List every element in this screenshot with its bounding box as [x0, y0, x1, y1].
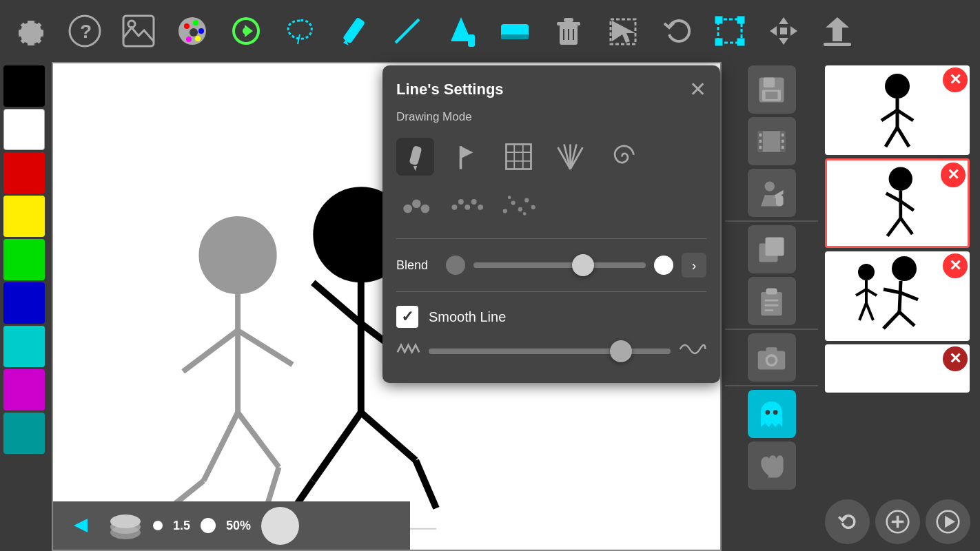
lasso-button[interactable]: [276, 7, 324, 55]
pencil-button[interactable]: [329, 7, 378, 55]
svg-rect-28: [738, 17, 744, 23]
svg-marker-112: [945, 516, 955, 528]
svg-rect-81: [766, 347, 777, 352]
svg-point-141: [523, 212, 527, 216]
svg-point-131: [458, 199, 464, 205]
play-button[interactable]: [926, 499, 970, 544]
frames-button[interactable]: [748, 117, 796, 165]
top-toolbar: ?: [0, 0, 980, 62]
svg-line-36: [183, 331, 238, 372]
svg-rect-65: [782, 139, 784, 143]
bottom-toolbar: 1.5 50%: [53, 501, 410, 550]
frame-3[interactable]: ✕: [825, 251, 970, 341]
mode-spray[interactable]: [551, 138, 589, 176]
svg-rect-74: [766, 288, 777, 294]
line-button[interactable]: [383, 7, 431, 55]
smooth-line-checkbox[interactable]: ✓: [396, 306, 418, 328]
smooth-icon: [679, 339, 706, 364]
svg-line-97: [899, 281, 901, 312]
paste-button[interactable]: [748, 277, 796, 325]
undo-frames-button[interactable]: [825, 499, 870, 544]
color-yellow[interactable]: [3, 196, 45, 237]
svg-point-137: [518, 207, 522, 211]
undo-button[interactable]: [652, 7, 700, 55]
svg-line-101: [899, 312, 915, 326]
svg-point-96: [892, 256, 917, 281]
mode-spiral[interactable]: [603, 138, 641, 176]
svg-point-130: [452, 205, 458, 210]
eraser-button[interactable]: [491, 7, 539, 55]
svg-rect-61: [759, 133, 762, 136]
color-white[interactable]: [3, 109, 45, 150]
blend-label: Blend: [396, 258, 438, 273]
svg-line-107: [866, 303, 873, 320]
color-teal[interactable]: [3, 413, 45, 454]
move-button[interactable]: [759, 7, 808, 55]
mode-grid[interactable]: [500, 138, 538, 176]
brush-small-dot: [153, 521, 163, 530]
smooth-slider[interactable]: [429, 349, 671, 354]
svg-marker-115: [461, 146, 473, 158]
frame-4-delete[interactable]: ✕: [943, 346, 968, 371]
svg-line-95: [901, 218, 912, 234]
svg-line-93: [901, 201, 914, 210]
color-blue[interactable]: [3, 282, 45, 324]
export-button[interactable]: [813, 7, 861, 55]
mode-scatter-dots[interactable]: [500, 187, 538, 225]
svg-point-139: [531, 205, 535, 209]
color-red[interactable]: [3, 152, 45, 194]
camera-button[interactable]: [748, 333, 796, 382]
palette-button[interactable]: [168, 7, 216, 55]
svg-point-132: [465, 205, 470, 210]
mode-medium-dots[interactable]: [448, 187, 486, 225]
back-button[interactable]: [63, 508, 98, 543]
color-magenta[interactable]: [3, 369, 45, 410]
svg-marker-50: [74, 519, 88, 532]
blend-slider[interactable]: [473, 262, 646, 268]
svg-line-37: [238, 331, 292, 365]
svg-line-44: [313, 282, 360, 324]
frame-4[interactable]: ✕: [825, 344, 970, 393]
help-button[interactable]: ?: [61, 7, 109, 55]
color-black[interactable]: [3, 65, 45, 107]
svg-point-10: [190, 28, 198, 37]
frame-1[interactable]: ✕: [825, 65, 970, 155]
hand-button[interactable]: [748, 441, 796, 490]
settings-button[interactable]: [7, 7, 55, 55]
close-dialog-button[interactable]: ✕: [689, 79, 706, 100]
transform-button[interactable]: [706, 7, 754, 55]
ghost-button[interactable]: [748, 390, 796, 438]
smoothness-row: [396, 333, 706, 369]
add-frame-button[interactable]: [875, 499, 920, 544]
frame-2-delete[interactable]: ✕: [941, 163, 966, 187]
frame-1-delete[interactable]: ✕: [943, 67, 968, 92]
svg-marker-114: [414, 166, 417, 171]
mode-marker[interactable]: [448, 138, 486, 176]
mode-dense-dots[interactable]: [396, 187, 434, 225]
svg-line-88: [886, 127, 897, 147]
color-cyan[interactable]: [3, 326, 45, 367]
copy-button[interactable]: [748, 225, 796, 273]
save-button[interactable]: [748, 65, 796, 114]
svg-point-135: [503, 209, 507, 213]
blend-expand-button[interactable]: ›: [682, 253, 706, 278]
color-green[interactable]: [3, 239, 45, 280]
shape-button[interactable]: [261, 507, 299, 545]
svg-line-106: [859, 303, 866, 320]
gallery-button[interactable]: [114, 7, 163, 55]
trash-button[interactable]: [544, 7, 593, 55]
blend-end-indicator: [654, 256, 673, 275]
character-button[interactable]: [748, 169, 796, 217]
frame-2[interactable]: ✕: [825, 158, 970, 248]
svg-rect-20: [557, 22, 580, 25]
fill-button[interactable]: [437, 7, 485, 55]
animation-settings-button[interactable]: [222, 7, 270, 55]
svg-point-90: [889, 167, 912, 191]
mode-pencil[interactable]: [396, 138, 434, 176]
svg-point-134: [478, 205, 483, 210]
svg-line-89: [897, 127, 909, 147]
svg-point-136: [511, 200, 515, 205]
select-button[interactable]: [598, 7, 646, 55]
frame-3-delete[interactable]: ✕: [943, 253, 968, 278]
layers-button[interactable]: [108, 508, 143, 543]
